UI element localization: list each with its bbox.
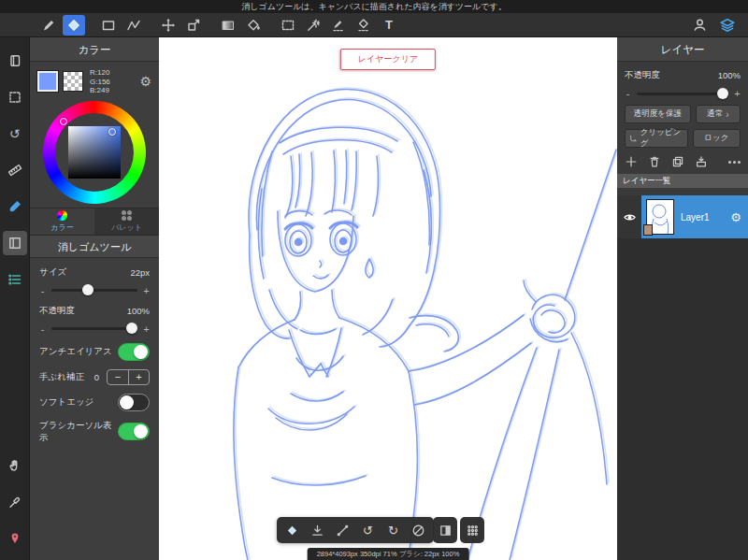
- sidebar-brush-button[interactable]: [3, 194, 27, 219]
- tab-palette[interactable]: パレット: [94, 208, 159, 235]
- size-plus[interactable]: +: [143, 285, 150, 296]
- material-button[interactable]: [688, 15, 711, 36]
- merge-layer-button[interactable]: [695, 155, 708, 168]
- tool-eraser-button[interactable]: [63, 15, 85, 36]
- duplicate-layer-button[interactable]: [671, 155, 684, 168]
- layer-settings-button[interactable]: ⚙: [730, 210, 741, 224]
- rgb-values: R:120 G:156 B:249: [90, 68, 110, 95]
- lock-button[interactable]: ロック: [693, 129, 741, 148]
- layer-opacity-plus[interactable]: +: [734, 88, 741, 99]
- tool-text-button[interactable]: T: [378, 15, 400, 36]
- sidebar-eyedropper-button[interactable]: [3, 490, 27, 514]
- quick-save-button[interactable]: [306, 519, 329, 541]
- hue-picker-dot[interactable]: [60, 118, 67, 125]
- sidebar-hand-button[interactable]: [3, 453, 27, 478]
- layer-list: Layer1 ⚙: [617, 195, 748, 560]
- color-wheel-icon: [57, 210, 67, 221]
- flip-icon: [439, 524, 453, 538]
- color-wheel[interactable]: [43, 101, 146, 204]
- tab-palette-label: パレット: [111, 223, 142, 233]
- softedge-toggle[interactable]: [118, 394, 150, 411]
- clipping-label: クリッピング: [640, 127, 683, 150]
- layer-actions-row: [617, 148, 748, 174]
- tool-gradient-button[interactable]: [217, 15, 239, 36]
- plus-icon: [625, 155, 638, 168]
- layer-opacity-track[interactable]: [637, 93, 728, 95]
- antialias-toggle[interactable]: [118, 343, 150, 361]
- opacity-minus[interactable]: -: [39, 323, 46, 335]
- layer-visibility-button[interactable]: [617, 195, 641, 238]
- layers-panel-button[interactable]: [716, 15, 739, 36]
- tool-magic-wand-button[interactable]: [302, 15, 324, 36]
- blend-mode-button[interactable]: 通常 ›: [696, 105, 741, 123]
- tool-rect-select-button[interactable]: [97, 15, 120, 36]
- tool-bucket-button[interactable]: [242, 15, 265, 36]
- delete-layer-button[interactable]: [648, 155, 661, 168]
- clipping-button[interactable]: クリッピング: [625, 129, 688, 148]
- tool-select-pen-button[interactable]: [327, 15, 350, 36]
- sidebar-tool-panel-button[interactable]: [3, 231, 27, 255]
- move-icon: [161, 18, 176, 33]
- tool-polyline-select-button[interactable]: [122, 15, 145, 36]
- left-sidebar: ↺: [0, 37, 30, 560]
- toolbar-drag-handle[interactable]: [460, 517, 484, 543]
- size-slider-knob[interactable]: [82, 284, 94, 295]
- tab-color[interactable]: カラー: [30, 208, 94, 235]
- merge-icon: [695, 155, 708, 168]
- tool-transform-button[interactable]: [182, 15, 205, 36]
- sidebar-ruler-button[interactable]: [3, 158, 27, 182]
- canvas[interactable]: レイヤークリア ↺ ↻ 2894*4: [159, 37, 617, 560]
- sv-picker-dot[interactable]: [108, 128, 116, 136]
- tool-hint-text: 消しゴムツールは、キャンバスに描画された内容を消すツールです。: [241, 2, 506, 11]
- layer-more-button[interactable]: [728, 161, 741, 164]
- opacity-slider-knob[interactable]: [126, 323, 137, 334]
- gear-icon: ⚙: [139, 74, 151, 89]
- size-minus[interactable]: -: [39, 285, 46, 296]
- opacity-slider-track[interactable]: [51, 327, 137, 330]
- add-layer-button[interactable]: [625, 155, 638, 168]
- gear-icon: ⚙: [730, 210, 741, 224]
- toolbar-right-group: [688, 15, 739, 36]
- tool-lasso-select-button[interactable]: [277, 15, 299, 36]
- sidebar-material-list-button[interactable]: [3, 267, 27, 292]
- quick-line-tool-button[interactable]: [331, 519, 354, 541]
- layer-row-layer1[interactable]: Layer1 ⚙: [617, 195, 748, 238]
- line-tool-icon: [336, 524, 350, 538]
- layer-panel: レイヤー 不透明度 100% - + 透明度を保護 通常 ›: [617, 37, 748, 560]
- protect-alpha-button[interactable]: 透明度を保護: [625, 105, 691, 123]
- size-slider-track[interactable]: [51, 289, 137, 292]
- draw-disable-button[interactable]: [407, 519, 430, 541]
- layer-name: Layer1: [674, 212, 730, 223]
- dashed-select-icon: [7, 90, 22, 105]
- layer-thumb-chip: [643, 224, 653, 236]
- layer-opacity-slider: - +: [625, 88, 741, 99]
- transparent-color-swatch[interactable]: [63, 71, 83, 92]
- rgb-g: G:156: [90, 78, 110, 87]
- color-settings-button[interactable]: ⚙: [139, 75, 151, 88]
- tool-select-eraser-button[interactable]: [352, 15, 375, 36]
- foreground-color-swatch[interactable]: [37, 71, 58, 92]
- stabilize-plus-button[interactable]: +: [128, 370, 149, 384]
- tool-move-button[interactable]: [157, 15, 180, 36]
- quick-eraser-button[interactable]: [280, 519, 304, 541]
- undo-icon: ↺: [363, 524, 373, 538]
- layer-opacity-knob[interactable]: [717, 88, 728, 99]
- opacity-plus[interactable]: +: [143, 323, 150, 335]
- undo-button[interactable]: ↺: [356, 519, 380, 541]
- canvas-status-bar: 2894*4093px 350dpi 71% ブラシ: 22px 100%: [308, 548, 469, 560]
- layer-thumbnail[interactable]: [646, 199, 674, 235]
- panel-icon: [7, 236, 22, 251]
- sidebar-select-button[interactable]: [3, 85, 27, 109]
- tool-pen-button[interactable]: [37, 15, 60, 36]
- layer-clear-button[interactable]: レイヤークリア: [340, 49, 436, 70]
- opacity-label: 不透明度: [39, 305, 75, 317]
- redo-button[interactable]: ↻: [381, 519, 405, 541]
- stabilize-control: 0 − +: [94, 369, 150, 385]
- canvas-flip-button[interactable]: [433, 517, 457, 543]
- sidebar-rotate-reset-button[interactable]: ↺: [3, 122, 27, 146]
- sidebar-journal-button[interactable]: [3, 49, 27, 73]
- stabilize-minus-button[interactable]: −: [108, 370, 128, 384]
- layer-opacity-minus[interactable]: -: [625, 88, 631, 99]
- sidebar-reference-button[interactable]: [3, 526, 27, 551]
- brush-cursor-toggle[interactable]: [118, 423, 150, 440]
